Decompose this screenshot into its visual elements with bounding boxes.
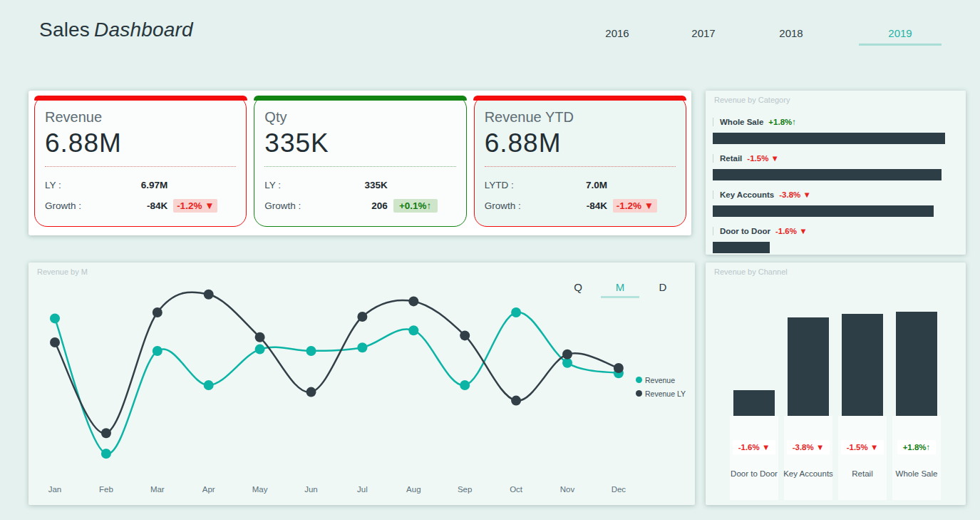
category-growth-label: -1.5% ▼ [747, 154, 779, 163]
data-point-revenue-sep[interactable] [460, 380, 470, 390]
x-axis-label-sep: Sep [458, 485, 472, 494]
year-tab-2017[interactable]: 2017 [682, 27, 725, 39]
kpi-row-value: 7.0M [586, 180, 607, 190]
category-bar[interactable] [713, 205, 934, 217]
revenue-line-chart: JanFebMarAprMayJunJulAugSepOctNovDec [29, 262, 695, 505]
data-point-revenue-jan[interactable] [50, 313, 60, 323]
data-point-revenue-feb[interactable] [101, 449, 111, 459]
kpi-card-qty: Qty335KLY :335K Growth :206+0.1%↑ [254, 96, 466, 227]
channel-label-strip: -1.6% ▼Door to Door [730, 416, 778, 500]
data-point-revenue-ly-apr[interactable] [204, 290, 214, 300]
channel-label-strip: -1.5% ▼Retail [838, 416, 887, 500]
kpi-row: Growth :206+0.1%↑ [264, 197, 437, 214]
channel-bar-zone [889, 262, 944, 416]
category-row-retail: Retail-1.5% ▼ [713, 153, 959, 180]
channel-bar[interactable] [842, 314, 883, 416]
year-tab-2016[interactable]: 2016 [596, 27, 639, 39]
x-axis-label-mar: Mar [150, 485, 165, 494]
channel-bar[interactable] [733, 390, 775, 416]
line-series-revenue-ly [55, 292, 619, 434]
x-axis-label-jun: Jun [304, 485, 318, 494]
legend-item-revenue[interactable]: Revenue [636, 373, 686, 387]
data-point-revenue-ly-jan[interactable] [50, 337, 60, 347]
chart-legend: RevenueRevenue LY [636, 373, 686, 400]
category-label-line: Door to Door-1.6% ▼ [713, 225, 959, 237]
legend-dot-icon [636, 390, 642, 397]
category-label-line: Key Accounts-3.8% ▼ [713, 189, 959, 200]
data-point-revenue-may[interactable] [255, 345, 265, 355]
category-label-line: Retail-1.5% ▼ [713, 153, 959, 164]
kpi-row-label: Growth : [264, 200, 371, 211]
x-axis-label-dec: Dec [612, 485, 626, 494]
data-point-revenue-ly-may[interactable] [255, 332, 265, 342]
channel-bar[interactable] [896, 312, 937, 416]
x-axis-label-jan: Jan [48, 485, 62, 494]
channel-category-label: Whole Sale [896, 469, 938, 478]
channel-column-door-to-door: -1.6% ▼Door to Door [727, 262, 781, 500]
data-point-revenue-ly-jul[interactable] [357, 312, 367, 322]
kpi-row: Growth :-84K-1.2% ▼ [485, 197, 657, 214]
category-bar[interactable] [713, 169, 942, 180]
channel-column-whole-sale: +1.8%↑Whole Sale [889, 262, 944, 500]
data-point-revenue-ly-aug[interactable] [408, 296, 418, 306]
kpi-row-label: Growth : [485, 200, 587, 211]
kpi-rows: LYTD :7.0M Growth :-84K-1.2% ▼ [485, 176, 657, 214]
data-point-revenue-ly-oct[interactable] [511, 396, 521, 406]
data-point-revenue-nov[interactable] [562, 358, 572, 368]
data-point-revenue-ly-mar[interactable] [153, 307, 163, 317]
data-point-revenue-jun[interactable] [306, 346, 316, 356]
kpi-row-value: -84K [587, 200, 607, 211]
kpi-row: Growth :-84K-1.2% ▼ [45, 197, 217, 214]
year-tab-2019[interactable]: 2019 [879, 27, 922, 39]
category-label: Key Accounts [720, 190, 774, 199]
category-row-whole-sale: Whole Sale+1.8%↑ [713, 116, 959, 144]
kpi-title: Revenue YTD [485, 109, 676, 126]
channel-growth-badge: -1.6% ▼ [733, 440, 776, 454]
kpi-row: LY :335K [264, 176, 437, 193]
channel-growth-badge: +1.8%↑ [897, 440, 937, 454]
kpi-card-revenue-ytd: Revenue YTD6.88MLYTD :7.0M Growth :-84K-… [474, 96, 686, 227]
category-label: Door to Door [720, 227, 770, 235]
category-label: Whole Sale [720, 118, 763, 126]
year-tab-2018[interactable]: 2018 [770, 27, 813, 39]
legend-label: Revenue [645, 376, 675, 384]
category-bar[interactable] [713, 133, 945, 144]
data-point-revenue-ly-sep[interactable] [460, 330, 470, 340]
category-row-key-accounts: Key Accounts-3.8% ▼ [713, 189, 959, 217]
card-accent-bar [473, 96, 686, 101]
kpi-band: Revenue6.88MLY :6.97M Growth :-84K-1.2% … [29, 91, 691, 235]
data-point-revenue-oct[interactable] [511, 307, 521, 317]
kpi-row-value: 6.97M [141, 180, 168, 190]
card-accent-bar [254, 96, 467, 101]
data-point-revenue-mar[interactable] [153, 346, 163, 356]
sales-dashboard: SalesDashboard 2016201720182019 Revenue6… [0, 0, 980, 520]
kpi-title: Revenue [45, 109, 236, 126]
x-axis-label-nov: Nov [560, 485, 575, 494]
growth-badge: -1.2% ▼ [173, 199, 217, 213]
x-axis-label-may: May [252, 485, 268, 494]
data-point-revenue-ly-feb[interactable] [101, 428, 111, 438]
kpi-rows: LY :6.97M Growth :-84K-1.2% ▼ [45, 176, 217, 214]
data-point-revenue-apr[interactable] [204, 380, 214, 390]
category-bar[interactable] [713, 242, 770, 253]
data-point-revenue-aug[interactable] [408, 325, 418, 335]
channel-category-label: Door to Door [731, 469, 778, 478]
data-point-revenue-ly-jun[interactable] [306, 387, 316, 397]
channel-column-key-accounts: -3.8% ▼Key Accounts [781, 262, 835, 500]
legend-dot-icon [636, 377, 642, 383]
x-axis-label-jul: Jul [357, 485, 368, 494]
revenue-by-channel-panel: Revenue by Channel -1.6% ▼Door to Door-3… [706, 262, 966, 505]
legend-item-revenue-ly[interactable]: Revenue LY [636, 387, 686, 400]
kpi-value: 6.88M [45, 128, 236, 167]
data-point-revenue-ly-dec[interactable] [614, 363, 624, 373]
x-axis-label-aug: Aug [406, 485, 421, 494]
data-point-revenue-jul[interactable] [357, 342, 367, 352]
channel-bar[interactable] [788, 317, 829, 416]
data-point-revenue-ly-nov[interactable] [562, 350, 572, 360]
kpi-row-label: LY : [45, 180, 141, 190]
line-series-revenue [55, 312, 619, 454]
x-axis-label-feb: Feb [99, 485, 113, 494]
revenue-by-month-panel: Revenue by M QMD JanFebMarAprMayJunJulAu… [29, 262, 695, 505]
kpi-value: 335K [264, 128, 455, 167]
kpi-title: Qty [264, 109, 455, 126]
